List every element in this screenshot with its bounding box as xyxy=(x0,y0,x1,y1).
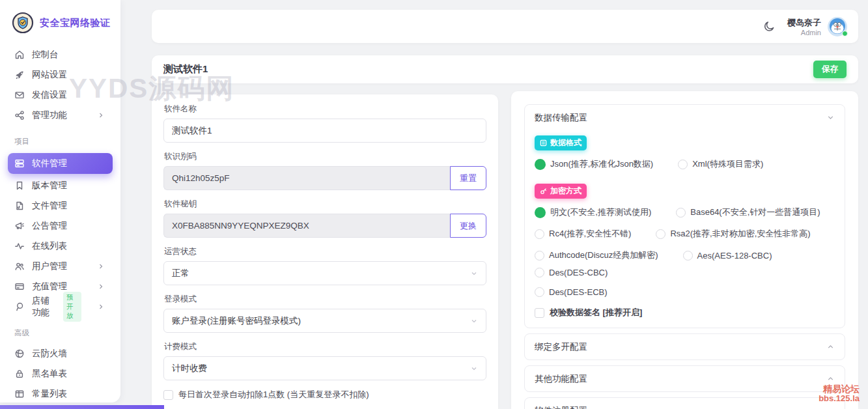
rocket-icon xyxy=(14,70,25,80)
radio-plaintext[interactable]: 明文(不安全,推荐测试使用) xyxy=(535,206,651,218)
sidebar-section-advanced: 高级 xyxy=(8,317,113,343)
chevron-down-icon xyxy=(826,113,835,122)
sidebar-item-admin-functions[interactable]: 管理功能 xyxy=(8,105,113,125)
chevron-right-icon xyxy=(96,262,106,270)
sidebar-item-shop-functions[interactable]: 店铺功能 预开放 xyxy=(8,296,113,317)
brand[interactable]: 安全宝网络验证 xyxy=(8,9,113,44)
operation-status-value: 正常 xyxy=(172,268,189,279)
sidebar-item-label: 控制台 xyxy=(32,49,59,61)
radio-rsa2[interactable]: Rsa2(推荐,非对称加密,安全性非常高) xyxy=(656,228,810,240)
reset-code-button[interactable]: 重置 xyxy=(450,166,486,190)
user-menu[interactable]: 樱岛奈子 Admin xyxy=(787,16,848,37)
multi-open-config-header[interactable]: 绑定多开配置 xyxy=(525,334,845,360)
radio-json[interactable]: Json(推荐,标准化Json数据) xyxy=(535,158,653,170)
transport-config-panel: 数据传输配置 数据格式 Json(推荐,标准化Json数据) Xml(特殊项目需… xyxy=(524,104,845,328)
sidebar-item-site-settings[interactable]: 网站设置 xyxy=(8,64,113,85)
sidebar-item-label: 店铺功能 xyxy=(32,295,52,318)
key-icon xyxy=(540,188,547,195)
chevron-right-icon xyxy=(96,283,106,290)
transport-config-header[interactable]: 数据传输配置 xyxy=(525,105,845,130)
lock-icon xyxy=(14,369,25,379)
sidebar-item-label: 常量列表 xyxy=(32,388,67,400)
sidebar-item-label: 公告管理 xyxy=(32,220,67,232)
radio-des-cbc[interactable]: Des(DES-CBC) xyxy=(535,268,608,277)
dark-mode-toggle[interactable] xyxy=(763,20,776,33)
app-title: 安全宝网络验证 xyxy=(40,17,111,29)
chevron-up-icon xyxy=(826,374,835,383)
sidebar-item-announcement-mgmt[interactable]: 公告管理 xyxy=(8,216,113,236)
sidebar-item-file-mgmt[interactable]: 文件管理 xyxy=(8,195,113,216)
checkbox-icon[interactable] xyxy=(535,308,544,318)
daily-deduct-label: 每日首次登录自动扣除1点数 (当天重复登录不扣除) xyxy=(178,389,369,401)
radio-authcode[interactable]: Authcode(Discuz经典加解密) xyxy=(535,249,658,261)
topbar: 樱岛奈子 Admin xyxy=(152,10,858,43)
daily-deduct-checkbox-row[interactable]: 每日首次登录自动扣除1点数 (当天重复登录不扣除) xyxy=(163,389,486,401)
verify-signature-checkbox-row[interactable]: 校验数据签名 [推荐开启] xyxy=(535,307,835,318)
software-form-card: 软件名称 软识别码 重置 软件秘钥 更换 运营状态 正常 登录模式 账户登录(注… xyxy=(152,94,498,409)
radio-icon[interactable] xyxy=(535,229,544,239)
avatar[interactable] xyxy=(827,16,848,37)
multi-open-config-panel: 绑定多开配置 xyxy=(524,333,845,360)
page-header: 测试软件1 保存 xyxy=(152,55,858,83)
data-format-badge: 数据格式 xyxy=(535,135,587,150)
radio-icon[interactable] xyxy=(535,251,544,261)
radio-des-ecb[interactable]: Des(DES-ECB) xyxy=(535,287,608,297)
login-mode-select[interactable]: 账户登录(注册账号密码登录模式) xyxy=(163,309,486,333)
login-mode-value: 账户登录(注册账号密码登录模式) xyxy=(172,315,301,327)
moon-icon xyxy=(763,20,776,33)
credit-card-icon xyxy=(14,281,25,292)
sidebar-item-mail-settings[interactable]: 发信设置 xyxy=(8,85,113,105)
sidebar-item-label: 充值管理 xyxy=(32,281,67,292)
verify-signature-label: 校验数据签名 [推荐开启] xyxy=(550,307,642,318)
shop-icon xyxy=(14,302,25,312)
radio-selected-icon[interactable] xyxy=(535,159,546,170)
user-name: 樱岛奈子 xyxy=(787,17,821,29)
radio-icon[interactable] xyxy=(535,287,544,297)
pre-release-badge: 预开放 xyxy=(63,292,81,322)
radio-aes[interactable]: Aes(AES-128-CBC) xyxy=(683,249,772,261)
sidebar-item-version-mgmt[interactable]: 版本管理 xyxy=(8,175,113,195)
chevron-right-icon xyxy=(96,303,106,311)
radio-icon[interactable] xyxy=(678,160,688,169)
radio-rc4[interactable]: Rc4(推荐,安全性不错) xyxy=(535,228,631,240)
sidebar-item-blacklist[interactable]: 黑名单表 xyxy=(8,363,113,384)
radio-base64[interactable]: Base64(不安全,针对一些普通项目) xyxy=(676,206,820,218)
operation-status-select[interactable]: 正常 xyxy=(163,261,486,285)
change-secret-button[interactable]: 更换 xyxy=(450,214,486,238)
chevron-up-icon xyxy=(826,406,835,409)
sidebar-item-cloud-firewall[interactable]: 云防火墙 xyxy=(8,343,113,363)
sidebar-item-constants[interactable]: 常量列表 xyxy=(8,384,113,404)
globe-icon xyxy=(14,348,25,359)
software-code-input xyxy=(163,166,450,190)
sidebar-item-online-list[interactable]: 在线列表 xyxy=(8,236,113,256)
page-title: 测试软件1 xyxy=(163,63,208,76)
users-icon xyxy=(14,261,25,272)
checkbox-icon[interactable] xyxy=(163,390,173,400)
radio-icon[interactable] xyxy=(535,268,544,277)
other-functions-config-header[interactable]: 其他功能配置 xyxy=(525,366,845,391)
software-name-label: 软件名称 xyxy=(164,104,486,115)
share-nodes-icon xyxy=(14,110,25,120)
other-functions-config-panel: 其他功能配置 xyxy=(524,365,845,392)
radio-icon[interactable] xyxy=(683,251,693,261)
software-name-input[interactable] xyxy=(163,119,486,143)
billing-mode-select[interactable]: 计时收费 xyxy=(163,356,486,380)
activity-icon xyxy=(14,241,25,251)
radio-selected-icon[interactable] xyxy=(535,207,546,218)
registration-config-header[interactable]: 软件注册配置 xyxy=(525,398,845,409)
billing-mode-label: 计费模式 xyxy=(164,341,486,352)
sidebar: 安全宝网络验证 控制台 网站设置 发信设置 管理功能 项目 软件管理 版本管理 … xyxy=(0,0,120,402)
radio-icon[interactable] xyxy=(656,229,665,239)
radio-xml[interactable]: Xml(特殊项目需求) xyxy=(678,158,763,170)
sidebar-item-software-mgmt[interactable]: 软件管理 xyxy=(8,153,113,174)
home-icon xyxy=(14,49,25,60)
radio-icon[interactable] xyxy=(676,208,686,218)
software-code-label: 软识别码 xyxy=(164,151,486,162)
sidebar-item-user-mgmt[interactable]: 用户管理 xyxy=(8,256,113,276)
sidebar-item-label: 管理功能 xyxy=(32,109,67,121)
sidebar-item-recharge-mgmt[interactable]: 充值管理 xyxy=(8,276,113,296)
sidebar-item-console[interactable]: 控制台 xyxy=(8,44,113,64)
save-button[interactable]: 保存 xyxy=(813,61,847,78)
chevron-up-icon xyxy=(826,343,835,351)
sidebar-item-label: 在线列表 xyxy=(32,240,67,252)
